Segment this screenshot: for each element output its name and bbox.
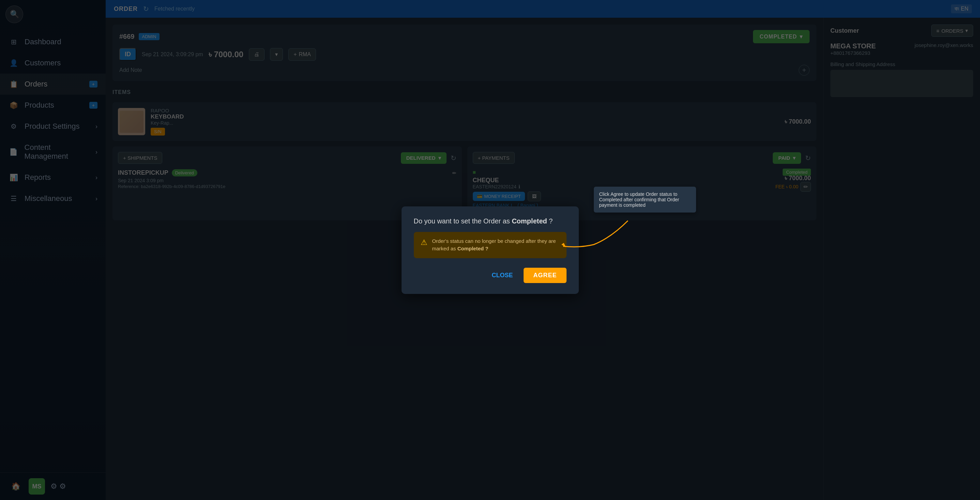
warning-icon: ⚠ — [421, 238, 428, 247]
tooltip-box: Click Agree to update Order status to Co… — [594, 187, 696, 213]
agree-button[interactable]: AGREE — [523, 268, 566, 283]
modal-title: Do you want to set the Order as Complete… — [414, 217, 566, 225]
modal-warning: ⚠ Order's status can no longer be change… — [414, 232, 566, 258]
modal-overlay[interactable]: Click Agree to update Order status to Co… — [0, 0, 980, 500]
confirm-modal: Click Agree to update Order status to Co… — [401, 206, 579, 294]
warning-text: Order's status can no longer be changed … — [432, 237, 560, 253]
modal-actions: CLOSE AGREE — [414, 268, 566, 283]
tooltip-text: Click Agree to update Order status to Co… — [599, 191, 679, 208]
close-modal-button[interactable]: CLOSE — [485, 268, 520, 283]
tooltip-arrow — [560, 211, 635, 251]
